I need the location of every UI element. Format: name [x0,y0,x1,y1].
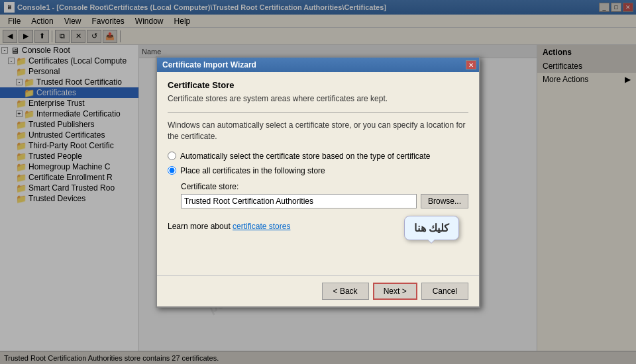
learn-more-link[interactable]: certificate stores [233,222,290,231]
cert-store-row: Certificate store: Browse... [181,182,468,208]
certificate-import-dialog: Certificate Import Wizard ✕ Certificate … [156,56,480,308]
learn-more-text: Learn more about [168,222,233,231]
dialog-footer: < Back Next > Cancel [157,275,479,306]
back-button[interactable]: < Back [322,283,369,300]
callout-bubble: كليك هنا [404,216,459,240]
section-desc: Certificate stores are system areas wher… [168,94,468,103]
cert-store-input[interactable] [181,194,417,208]
radio-manual[interactable] [168,166,176,175]
radio-auto[interactable] [168,152,176,160]
next-button[interactable]: Next > [373,283,417,300]
section-title: Certificate Store [168,80,468,90]
radio-auto-label: Automatically select the certificate sto… [180,152,431,161]
dialog-titlebar: Certificate Import Wizard ✕ [157,58,479,72]
radio-auto-option: Automatically select the certificate sto… [168,152,468,161]
callout-text: كليك هنا [414,222,449,234]
main-window: 🖥 Console1 - [Console Root\Certificates … [0,0,636,364]
info-text: Windows can automatically select a certi… [168,120,468,142]
divider [168,113,468,113]
dialog-close-button[interactable]: ✕ [466,60,476,69]
dialog-title: Certificate Import Wizard [162,60,256,69]
cancel-button[interactable]: Cancel [421,283,468,300]
dialog-content: Certificate Store Certificate stores are… [157,72,479,275]
cert-store-input-row: Browse... [181,194,468,208]
radio-manual-label: Place all certificates in the following … [180,166,325,175]
radio-group: Automatically select the certificate sto… [168,152,468,175]
cert-store-label: Certificate store: [181,182,468,191]
browse-button[interactable]: Browse... [421,194,468,208]
modal-overlay: Certificate Import Wizard ✕ Certificate … [0,0,636,364]
radio-manual-option: Place all certificates in the following … [168,166,468,175]
